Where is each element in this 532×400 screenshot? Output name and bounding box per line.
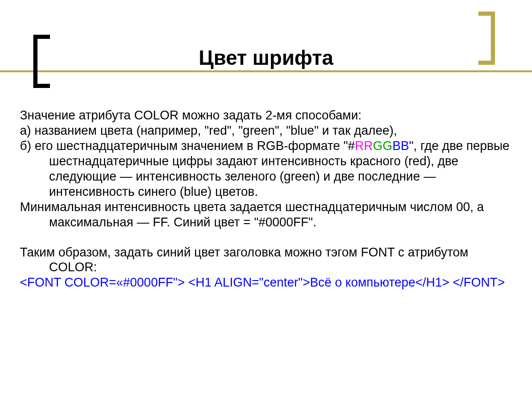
- page-title: Цвет шрифта: [0, 46, 532, 69]
- title-area: Цвет шрифта: [0, 0, 532, 88]
- gg-text: GG: [373, 139, 392, 153]
- min-max-line: Минимальная интенсивность цвета задается…: [20, 200, 515, 230]
- option-b: б) его шестнадцатеричным значением в RGB…: [20, 138, 515, 200]
- option-a: а) названием цвета (например, "red", "gr…: [20, 123, 515, 138]
- option-b-prefix: б) его шестнадцатеричным значением в RGB…: [20, 139, 355, 153]
- intro-line: Значение атрибута COLOR можно задать 2-м…: [20, 108, 515, 123]
- spacer: [20, 230, 515, 245]
- thus-line: Таким образом, задать синий цвет заголов…: [20, 245, 515, 275]
- bb-text: BB: [392, 139, 409, 153]
- code-example: <FONT COLOR=«#0000FF"> <H1 ALIGN="center…: [20, 275, 515, 290]
- body-content: Значение атрибута COLOR можно задать 2-м…: [20, 108, 515, 290]
- rr-text: RR: [355, 139, 373, 153]
- title-rule: [0, 70, 532, 72]
